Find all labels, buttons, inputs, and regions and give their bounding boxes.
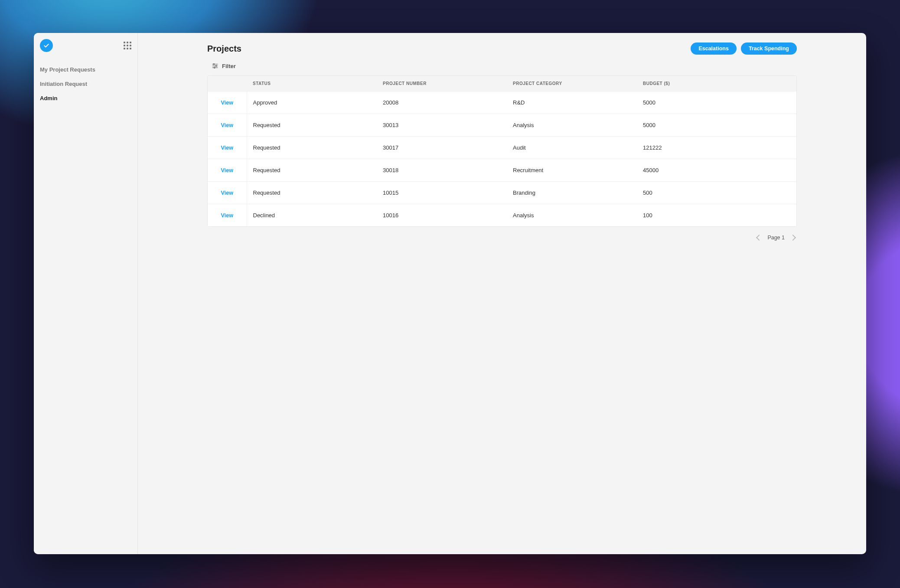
- page-header: Projects Escalations Track Spending: [207, 42, 797, 55]
- row-budget: 5000: [637, 114, 796, 137]
- row-project-category: Recruitment: [507, 159, 637, 182]
- row-action-cell: View: [208, 137, 247, 159]
- col-action-header: [208, 76, 247, 91]
- app-window: My Project Requests Initiation Request A…: [34, 33, 866, 554]
- table-row: ViewRequested30013Analysis5000: [208, 114, 796, 137]
- row-project-category: Analysis: [507, 204, 637, 227]
- row-budget: 5000: [637, 91, 796, 114]
- filter-icon: [212, 62, 218, 69]
- row-project-category: Branding: [507, 182, 637, 204]
- view-link[interactable]: View: [221, 122, 233, 128]
- view-link[interactable]: View: [221, 100, 233, 106]
- row-project-number: 30013: [377, 114, 507, 137]
- row-status: Approved: [247, 91, 377, 114]
- svg-point-5: [214, 67, 215, 69]
- table-row: ViewDeclined10016Analysis100: [208, 204, 796, 227]
- row-status: Requested: [247, 114, 377, 137]
- page-title: Projects: [207, 44, 241, 54]
- row-project-number: 30018: [377, 159, 507, 182]
- row-action-cell: View: [208, 114, 247, 137]
- row-project-number: 30017: [377, 137, 507, 159]
- col-status-header: STATUS: [247, 76, 377, 91]
- table-row: ViewRequested30018Recruitment45000: [208, 159, 796, 182]
- sidebar-item-label: Admin: [40, 95, 57, 101]
- view-link[interactable]: View: [221, 212, 233, 219]
- sidebar-item-label: Initiation Request: [40, 81, 87, 87]
- svg-point-4: [215, 65, 217, 67]
- header-actions: Escalations Track Spending: [691, 42, 797, 55]
- sidebar-top: [34, 39, 137, 62]
- row-status: Declined: [247, 204, 377, 227]
- view-link[interactable]: View: [221, 167, 233, 173]
- table-header-row: STATUS PROJECT NUMBER PROJECT CATEGORY B…: [208, 76, 796, 91]
- row-budget: 500: [637, 182, 796, 204]
- row-action-cell: View: [208, 182, 247, 204]
- col-budget-header: BUDGET ($): [637, 76, 796, 91]
- row-project-number: 20008: [377, 91, 507, 114]
- row-action-cell: View: [208, 159, 247, 182]
- projects-table: STATUS PROJECT NUMBER PROJECT CATEGORY B…: [207, 75, 797, 227]
- row-status: Requested: [247, 159, 377, 182]
- row-project-category: Audit: [507, 137, 637, 159]
- row-action-cell: View: [208, 204, 247, 227]
- row-action-cell: View: [208, 91, 247, 114]
- sidebar-item-initiation-request[interactable]: Initiation Request: [34, 77, 137, 91]
- table-row: ViewRequested10015Branding500: [208, 182, 796, 204]
- col-project-category-header: PROJECT CATEGORY: [507, 76, 637, 91]
- main-content: Projects Escalations Track Spending Filt…: [138, 33, 866, 554]
- view-link[interactable]: View: [221, 145, 233, 151]
- page-next-icon[interactable]: [790, 235, 796, 241]
- row-budget: 45000: [637, 159, 796, 182]
- sidebar-item-admin[interactable]: Admin: [34, 91, 137, 105]
- track-spending-button[interactable]: Track Spending: [741, 42, 797, 55]
- app-logo[interactable]: [40, 39, 53, 52]
- row-project-number: 10016: [377, 204, 507, 227]
- row-project-category: R&D: [507, 91, 637, 114]
- app-switcher-icon[interactable]: [124, 42, 131, 49]
- row-budget: 121222: [637, 137, 796, 159]
- view-link[interactable]: View: [221, 190, 233, 196]
- sidebar: My Project Requests Initiation Request A…: [34, 33, 138, 554]
- sidebar-item-label: My Project Requests: [40, 66, 95, 73]
- filter-button[interactable]: Filter: [207, 61, 240, 75]
- sidebar-item-my-project-requests[interactable]: My Project Requests: [34, 62, 137, 77]
- row-project-category: Analysis: [507, 114, 637, 137]
- table-row: ViewRequested30017Audit121222: [208, 137, 796, 159]
- row-status: Requested: [247, 182, 377, 204]
- page-indicator: Page 1: [767, 235, 785, 241]
- row-project-number: 10015: [377, 182, 507, 204]
- svg-point-3: [213, 64, 215, 65]
- check-icon: [43, 42, 50, 49]
- col-project-number-header: PROJECT NUMBER: [377, 76, 507, 91]
- filter-label: Filter: [222, 63, 236, 69]
- page-prev-icon[interactable]: [756, 235, 762, 241]
- escalations-button[interactable]: Escalations: [691, 42, 736, 55]
- row-budget: 100: [637, 204, 796, 227]
- pagination: Page 1: [207, 227, 797, 248]
- row-status: Requested: [247, 137, 377, 159]
- table-row: ViewApproved20008R&D5000: [208, 91, 796, 114]
